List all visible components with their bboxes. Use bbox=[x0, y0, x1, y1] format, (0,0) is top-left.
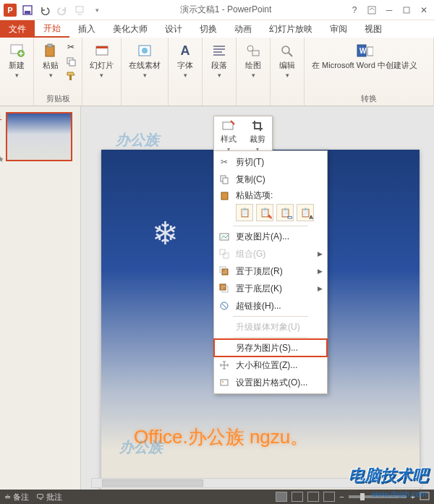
svg-rect-34 bbox=[221, 380, 228, 385]
zoom-out-icon[interactable]: − bbox=[339, 492, 344, 501]
menu-format-picture[interactable]: 设置图片格式(O)... bbox=[214, 374, 327, 391]
font-button[interactable]: A 字体 bbox=[173, 40, 197, 80]
style-button[interactable]: 样式 ▾ bbox=[214, 116, 243, 155]
watermark-ghost: 办公族 bbox=[116, 130, 159, 150]
menu-copy[interactable]: 复制(C) bbox=[214, 171, 327, 188]
format-painter-icon[interactable] bbox=[64, 69, 77, 82]
group-convert: W 在 Microsoft Word 中创建讲义 转换 bbox=[305, 38, 434, 106]
notes-button[interactable]: ≐ 备注 bbox=[4, 492, 29, 503]
svg-rect-10 bbox=[69, 60, 75, 66]
menu-cut[interactable]: ✂ 剪切(T) bbox=[214, 153, 327, 171]
qat-redo-icon[interactable] bbox=[55, 3, 69, 17]
view-sorter-icon[interactable] bbox=[292, 492, 303, 502]
tab-review[interactable]: 审阅 bbox=[321, 20, 356, 38]
app-icon: P bbox=[3, 3, 17, 17]
svg-rect-2 bbox=[76, 7, 83, 12]
paste-option-2[interactable]: 📋✎ bbox=[256, 204, 273, 221]
comments-button[interactable]: 🗨 批注 bbox=[36, 492, 62, 503]
group-font: A 字体 bbox=[169, 38, 203, 106]
drawing-button[interactable]: 绘图 bbox=[241, 40, 265, 80]
paste-options-row: 📋 📋✎ 📋▭ 📋A bbox=[214, 202, 327, 224]
crop-button[interactable]: 裁剪 ▾ bbox=[243, 116, 272, 155]
svg-rect-24 bbox=[223, 178, 228, 184]
view-slideshow-icon[interactable] bbox=[323, 492, 335, 502]
watermark-logo: 电脑技术吧 bbox=[349, 465, 428, 487]
menu-change-picture[interactable]: 更改图片(A)... bbox=[214, 228, 327, 245]
submenu-arrow-icon: ▶ bbox=[318, 268, 323, 275]
paste-option-1[interactable]: 📋 bbox=[236, 204, 253, 221]
menu-save-as-picture[interactable]: 另存为图片(S)... bbox=[214, 339, 327, 356]
tab-home[interactable]: 开始 bbox=[35, 20, 69, 38]
group-slides: 幻灯片 bbox=[82, 38, 122, 106]
thumb-number: 1 bbox=[0, 112, 2, 122]
paste-button[interactable]: 粘贴 bbox=[38, 40, 63, 80]
slide-thumbnail[interactable] bbox=[6, 112, 72, 161]
group-editing: 编辑 bbox=[271, 38, 305, 106]
menu-upgrade-media: 升级媒体对象(U) bbox=[214, 318, 327, 336]
qat-save-icon[interactable] bbox=[20, 3, 35, 17]
svg-rect-22 bbox=[223, 122, 233, 129]
online-material-button[interactable]: 在线素材 bbox=[126, 40, 163, 80]
word-handout-button[interactable]: W 在 Microsoft Word 中创建讲义 bbox=[309, 40, 420, 72]
zoom-slider-thumb[interactable] bbox=[360, 493, 365, 500]
tab-insert[interactable]: 插入 bbox=[69, 20, 104, 38]
ribbon-tabs: 文件 开始 插入 美化大师 设计 切换 动画 幻灯片放映 审阅 视图 bbox=[0, 20, 434, 38]
tab-slideshow[interactable]: 幻灯片放映 bbox=[260, 20, 321, 38]
qat-start-icon[interactable] bbox=[72, 3, 87, 17]
svg-rect-8 bbox=[48, 44, 52, 47]
scrollbar-thumb[interactable] bbox=[102, 479, 203, 487]
slides-button[interactable]: 幻灯片 bbox=[87, 40, 116, 80]
drawing-icon bbox=[244, 42, 262, 59]
slide-thumbnail-panel[interactable]: 1 ★ bbox=[0, 106, 81, 490]
view-reading-icon[interactable] bbox=[307, 492, 319, 502]
crop-icon bbox=[251, 119, 264, 132]
group-icon bbox=[218, 248, 230, 260]
send-back-icon bbox=[218, 283, 230, 294]
paragraph-button[interactable]: 段落 bbox=[207, 40, 231, 80]
svg-rect-4 bbox=[404, 7, 409, 13]
slides-icon bbox=[93, 42, 111, 59]
menu-bring-front[interactable]: 置于顶层(R) ▶ bbox=[214, 262, 327, 280]
close-icon[interactable]: ✕ bbox=[415, 1, 433, 19]
tab-beautify[interactable]: 美化大师 bbox=[104, 20, 156, 38]
snowflake-image[interactable]: ❄ bbox=[152, 215, 179, 252]
copy-icon[interactable] bbox=[64, 55, 77, 68]
group-new: 新建 bbox=[0, 38, 34, 106]
menu-size-position[interactable]: 大小和位置(Z)... bbox=[214, 356, 327, 374]
group-drawing: 绘图 bbox=[237, 38, 271, 106]
cut-icon[interactable]: ✂ bbox=[64, 40, 77, 54]
help-icon[interactable]: ? bbox=[346, 1, 363, 19]
qat-undo-icon[interactable] bbox=[38, 3, 52, 17]
menu-paste-label: 粘贴选项: bbox=[214, 188, 327, 202]
tab-design[interactable]: 设计 bbox=[156, 20, 191, 38]
tab-transition[interactable]: 切换 bbox=[191, 20, 226, 38]
size-pos-icon bbox=[218, 359, 230, 371]
menu-send-back[interactable]: 置于底层(K) ▶ bbox=[214, 280, 327, 297]
paste-icon bbox=[42, 42, 59, 59]
new-slide-button[interactable]: 新建 bbox=[4, 40, 29, 80]
qat-customize-icon[interactable]: ▾ bbox=[90, 3, 104, 17]
maximize-icon[interactable] bbox=[398, 1, 415, 19]
svg-rect-27 bbox=[220, 249, 225, 255]
cut-icon: ✂ bbox=[218, 156, 230, 168]
menu-hyperlink[interactable]: 超链接(H)... bbox=[214, 297, 327, 315]
window-title: 演示文稿1 - PowerPoint bbox=[106, 4, 346, 16]
editing-button[interactable]: 编辑 bbox=[275, 40, 299, 80]
new-slide-icon bbox=[8, 42, 25, 59]
ribbon: 新建 粘贴 ✂ 剪贴板 幻灯片 bbox=[0, 38, 434, 106]
tab-file[interactable]: 文件 bbox=[0, 20, 35, 38]
status-bar: ≐ 备注 🗨 批注 − + bbox=[0, 490, 434, 504]
group-paragraph: 段落 bbox=[203, 38, 237, 106]
tab-view[interactable]: 视图 bbox=[356, 20, 391, 38]
minimize-icon[interactable]: ─ bbox=[380, 1, 398, 19]
paste-icon bbox=[218, 189, 230, 201]
paste-option-4[interactable]: 📋A bbox=[297, 204, 314, 221]
svg-rect-28 bbox=[224, 253, 229, 258]
paste-option-3[interactable]: 📋▭ bbox=[276, 204, 294, 221]
ribbon-display-icon[interactable] bbox=[363, 1, 380, 19]
svg-rect-21 bbox=[367, 47, 373, 56]
view-normal-icon[interactable] bbox=[276, 492, 287, 502]
svg-rect-25 bbox=[221, 192, 228, 200]
change-pic-icon bbox=[218, 231, 230, 242]
tab-animation[interactable]: 动画 bbox=[226, 20, 260, 38]
